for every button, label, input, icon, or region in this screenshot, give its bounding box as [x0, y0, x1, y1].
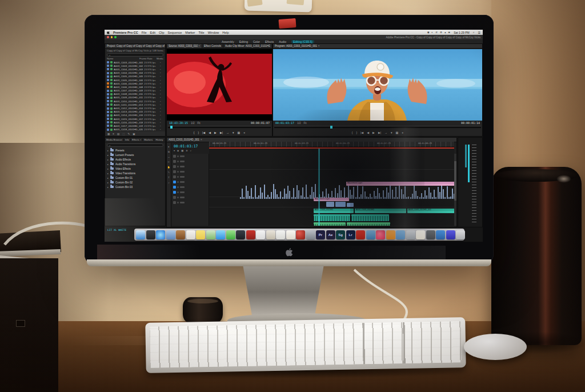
- menu-item[interactable]: Title: [198, 31, 204, 34]
- toolbar-icon[interactable]: ✎: [127, 133, 130, 135]
- project-clip-row[interactable]: A003_C012_0101HD_014_S06.mov 23.976 fps …: [105, 106, 165, 110]
- project-clip-row[interactable]: A003_C014_0101HD_016_S07.mov 23.976 fps …: [105, 114, 165, 117]
- status-icon[interactable]: ≣: [448, 31, 450, 34]
- dock-icon[interactable]: [196, 230, 205, 239]
- track-lock-icon[interactable]: [177, 176, 179, 178]
- track-mute-button[interactable]: [180, 155, 185, 157]
- timeline-header-icon[interactable]: ◈: [177, 149, 179, 152]
- source-tab[interactable]: Source: A003_C003_0101HD_001-A05×: [167, 44, 202, 49]
- dock-icon[interactable]: [236, 230, 245, 239]
- effects-panel-tab[interactable]: Media Browser: [105, 138, 124, 141]
- toolbar-icon[interactable]: ▣: [133, 133, 135, 135]
- transport-button[interactable]: |◀: [202, 131, 205, 134]
- menu-item[interactable]: File: [142, 31, 147, 34]
- zoom-window-button[interactable]: [114, 36, 117, 38]
- toolbar-icon[interactable]: ▤: [117, 133, 119, 135]
- transport-button[interactable]: ▶: [214, 131, 217, 134]
- project-clip-row[interactable]: A003_C017_0101HD_019_S08.mov 23.976 fps …: [105, 124, 165, 127]
- track-header-row[interactable]: [172, 169, 209, 174]
- source-fit-select[interactable]: Fit: [198, 122, 201, 125]
- track-header-row[interactable]: [172, 190, 209, 195]
- toolbar-icon[interactable]: ⬚: [122, 133, 125, 135]
- track-mute-button[interactable]: [180, 171, 185, 173]
- project-clip-row[interactable]: A003_C006_0101HD_007_S02.mov 23.976 fps …: [105, 82, 165, 85]
- status-icon[interactable]: ⚙: [440, 31, 442, 34]
- tool-icon[interactable]: ⧉: [168, 150, 170, 153]
- track-target-button[interactable]: [173, 165, 176, 168]
- source-scrub-bar[interactable]: [168, 126, 271, 128]
- track-lock-icon[interactable]: [177, 155, 179, 157]
- track-header-row[interactable]: [172, 159, 209, 164]
- timeline-header-icon[interactable]: ▦: [181, 149, 183, 152]
- effects-tree-item[interactable]: ▸ Audio Transitions: [105, 162, 165, 166]
- menu-item[interactable]: Sequence: [168, 31, 182, 34]
- menu-item[interactable]: Window: [208, 31, 219, 34]
- transport-button[interactable]: {: [194, 131, 195, 134]
- transport-button[interactable]: ▶|: [220, 131, 223, 134]
- track-header-row[interactable]: [172, 174, 209, 179]
- toolbar-icon[interactable]: ▦: [107, 133, 110, 135]
- effects-tree-item[interactable]: ▸ Video Effects: [105, 166, 165, 171]
- track-mute-button[interactable]: [180, 161, 185, 162]
- track-header-row[interactable]: [172, 185, 209, 190]
- track-lock-icon[interactable]: [177, 191, 179, 193]
- track-lock-icon[interactable]: [177, 166, 179, 167]
- transport-button[interactable]: }: [198, 131, 199, 134]
- track-target-button[interactable]: [173, 186, 176, 189]
- effects-tree-item[interactable]: ▸ Audio Effects: [105, 157, 165, 162]
- source-playhead-marker[interactable]: [170, 126, 173, 129]
- minimize-window-button[interactable]: [111, 36, 113, 38]
- track-target-button[interactable]: [173, 181, 176, 183]
- effects-tree-item[interactable]: ▸ Custom Bin 01: [105, 175, 165, 180]
- menu-item[interactable]: Edit: [150, 31, 155, 34]
- program-tab[interactable]: Program: A003_C003_0101HD_001×: [273, 44, 482, 49]
- project-clip-row[interactable]: A003_C005_0101HD_005_S01.mov 23.976 fps …: [105, 75, 165, 78]
- project-clip-row[interactable]: A003_C005_0101HD_006_S02.mov 23.976 fps …: [105, 78, 165, 82]
- project-clip-row[interactable]: A003_C015_0101HD_017_S07.mov 23.976 fps …: [105, 117, 165, 121]
- toolbar-icon[interactable]: ≡: [113, 133, 114, 135]
- spotlight-icon[interactable]: ⌕: [473, 30, 475, 34]
- track-header-row[interactable]: [172, 179, 209, 185]
- dock-icon[interactable]: [246, 230, 255, 239]
- timeline-header-icon[interactable]: ▾: [174, 149, 175, 152]
- tool-icon[interactable]: ▸: [168, 145, 169, 148]
- effects-panel-tab[interactable]: Info: [124, 138, 131, 141]
- track-lock-icon[interactable]: [177, 171, 179, 173]
- project-clip-row[interactable]: A003_C018_0101HD_020_S09.mov 23.976 fps …: [105, 128, 165, 131]
- effects-panel-tab[interactable]: Effects ×: [131, 138, 143, 141]
- dock-icon[interactable]: [226, 230, 235, 239]
- transport-button[interactable]: +: [243, 131, 245, 134]
- project-clip-row[interactable]: A003_C006_0101HD_008_S03.mov 23.976 fps …: [105, 85, 165, 89]
- window-titlebar[interactable]: Adobe Premiere Pro CC - Copy of Copy of …: [105, 35, 483, 39]
- track-target-button[interactable]: [173, 191, 176, 194]
- tool-icon[interactable]: ⌕: [168, 181, 169, 184]
- effects-tree-item[interactable]: ▸ Presets: [105, 148, 165, 153]
- tool-icon[interactable]: ✋: [167, 166, 170, 169]
- status-icon[interactable]: ◉: [427, 31, 430, 34]
- tool-icon[interactable]: T: [168, 176, 169, 179]
- project-clip-row[interactable]: A003_C004_0101HD_004_S01.mov 23.976 fps …: [105, 71, 165, 75]
- status-icon[interactable]: ≋: [435, 31, 438, 34]
- transport-button[interactable]: →: [226, 131, 229, 134]
- track-mute-button[interactable]: [180, 191, 185, 193]
- project-clip-row[interactable]: A003_C009_0101HD_011_S04.mov 23.976 fps …: [105, 96, 165, 99]
- tool-icon[interactable]: ✎: [168, 171, 170, 174]
- project-clip-row[interactable]: A003_C011_0101HD_013_S05.mov 23.976 fps …: [105, 103, 165, 106]
- transport-button[interactable]: ▾: [233, 131, 234, 134]
- track-mute-button[interactable]: [180, 166, 185, 167]
- project-clip-row[interactable]: A003_C013_0101HD_015_S06.mov 23.976 fps …: [105, 110, 165, 114]
- track-lock-icon[interactable]: [177, 161, 179, 162]
- menubar-clock[interactable]: Sat 1:29 PM: [454, 31, 470, 34]
- effects-tree-item[interactable]: ▸ Custom Bin 03: [105, 185, 165, 189]
- apple-menu-icon[interactable]: [107, 31, 110, 34]
- project-clip-row[interactable]: A003_C004_0101HD_003_A01.mov 23.976 fps …: [105, 67, 165, 71]
- track-header-row[interactable]: [172, 154, 209, 159]
- transport-button[interactable]: ▦: [238, 131, 241, 134]
- track-lock-icon[interactable]: [177, 186, 179, 188]
- track-mute-button[interactable]: [180, 186, 185, 188]
- close-window-button[interactable]: [107, 36, 109, 38]
- project-search-input[interactable]: ⌕: [107, 53, 163, 57]
- track-header-row[interactable]: [172, 164, 209, 169]
- effects-panel-tab[interactable]: Markers: [143, 138, 154, 141]
- track-target-button[interactable]: [173, 160, 176, 163]
